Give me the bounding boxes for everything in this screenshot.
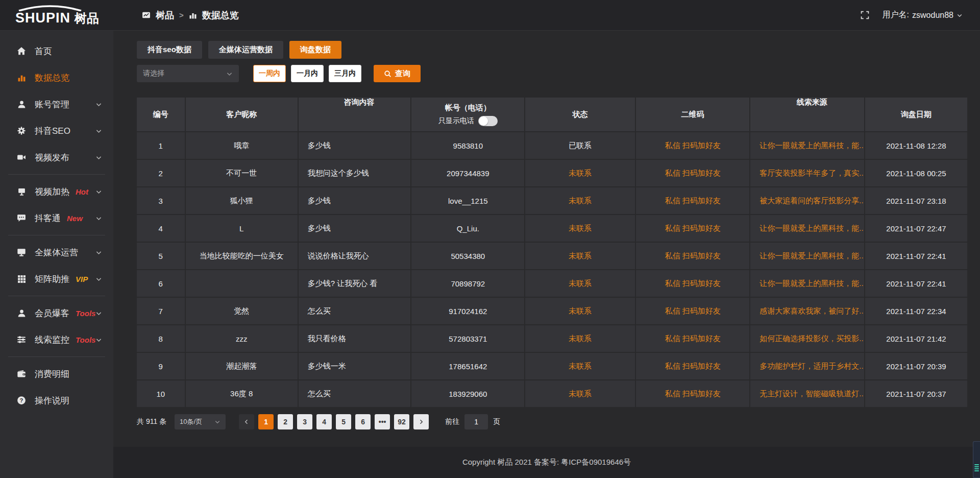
cell-source-link[interactable]: 如何正确选择投影仪，买投影... xyxy=(750,325,864,352)
period-button-2[interactable]: 一月内 xyxy=(291,65,324,82)
sidebar-item-8[interactable]: 全媒体运营 xyxy=(0,239,113,266)
sidebar-item-2[interactable]: 数据总览 xyxy=(0,64,113,91)
cell-source-link[interactable]: 让你一眼就爱上的黑科技，能... xyxy=(750,270,864,297)
page-button-•••[interactable]: ••• xyxy=(375,414,390,429)
cell-source-link[interactable]: 多功能护栏灯，适用于乡村文... xyxy=(750,353,864,379)
home-icon xyxy=(16,46,27,56)
user-menu[interactable]: 用户名: zswodun88 xyxy=(883,10,963,20)
page-button-2[interactable]: 2 xyxy=(278,414,293,429)
sidebar-item-7[interactable]: 抖客通New xyxy=(0,205,113,231)
cell-date: 2021-11-07 20:37 xyxy=(865,380,967,407)
cell-id: 5 xyxy=(137,243,185,269)
cell-source-link[interactable]: 感谢大家喜欢我家，被问了好... xyxy=(750,298,864,324)
cell-status: 未联系 xyxy=(525,325,635,352)
chat-icon xyxy=(16,213,27,223)
cell-source-link[interactable]: 让你一眼就爱上的黑科技，能... xyxy=(750,243,864,269)
page-button-5[interactable]: 5 xyxy=(336,414,351,429)
sidebar-item-6[interactable]: 视频加热Hot xyxy=(0,178,113,205)
cell-qrcode-link[interactable]: 私信 扫码加好友 xyxy=(636,215,750,242)
fullscreen-icon[interactable] xyxy=(861,11,869,19)
chevron-down-icon xyxy=(95,337,102,343)
cell-date: 2021-11-07 22:47 xyxy=(865,215,967,242)
table-row: 7觉然怎么买917024162未联系私信 扫码加好友感谢大家喜欢我家，被问了好.… xyxy=(137,298,967,324)
sliders-icon xyxy=(16,335,27,344)
period-button-3[interactable]: 三月内 xyxy=(329,65,361,82)
page-size-select[interactable]: 10条/页 xyxy=(175,414,226,429)
cell-account: 572803371 xyxy=(411,325,524,352)
tab-1[interactable]: 抖音seo数据 xyxy=(137,41,202,59)
chevron-down-icon xyxy=(95,276,102,282)
cell-source-link[interactable]: 被大家追着问的客厅投影分享... xyxy=(750,187,864,214)
cell-qrcode-link[interactable]: 私信 扫码加好友 xyxy=(636,325,750,352)
breadcrumb-item-home[interactable]: 树品 xyxy=(156,9,174,21)
tab-2[interactable]: 全媒体运营数据 xyxy=(208,41,283,59)
page-button-6[interactable]: 6 xyxy=(355,414,371,429)
tab-3[interactable]: 询盘数据 xyxy=(289,41,341,59)
search-button-label: 查询 xyxy=(395,69,410,79)
period-button-1[interactable]: 一周内 xyxy=(253,65,286,82)
page-button-3[interactable]: 3 xyxy=(297,414,312,429)
sidebar-item-label: 全媒体运营 xyxy=(35,247,78,258)
cell-source-link[interactable]: 让你一眼就爱上的黑科技，能... xyxy=(750,132,864,159)
chevron-down-icon xyxy=(95,128,102,134)
cell-account: love__1215 xyxy=(411,187,524,214)
cell-source-link[interactable]: 客厅安装投影半年多了，真实... xyxy=(750,160,864,186)
chevron-down-icon xyxy=(957,12,963,18)
page-button-92[interactable]: 92 xyxy=(394,414,409,429)
sidebar-item-label: 抖音SEO xyxy=(35,125,70,137)
breadcrumb: 树品 > 数据总览 xyxy=(142,9,239,21)
table-row: 9潮起潮落多少钱一米178651642未联系私信 扫码加好友多功能护栏灯，适用于… xyxy=(137,353,967,379)
page-button-4[interactable]: 4 xyxy=(316,414,332,429)
sidebar-item-11[interactable]: 线索监控Tools xyxy=(0,326,113,353)
table-header-row: 编号 客户昵称 咨询内容 帐号（电话） 只显示电话 状态 二维码 线索来源 询盘… xyxy=(137,98,967,131)
monitor-icon xyxy=(16,248,27,257)
sidebar-item-3[interactable]: 账号管理 xyxy=(0,91,113,117)
cell-qrcode-link[interactable]: 私信 扫码加好友 xyxy=(636,160,750,186)
prev-page-button[interactable] xyxy=(239,414,254,429)
cell-status: 未联系 xyxy=(525,243,635,269)
sidebar-item-9[interactable]: 矩阵助推VIP xyxy=(0,266,113,292)
cell-account: 2097344839 xyxy=(411,160,524,186)
floating-widget[interactable] xyxy=(973,441,980,478)
page-size-label: 10条/页 xyxy=(180,417,202,426)
table-row: 3狐小狸多少钱love__1215未联系私信 扫码加好友被大家追着问的客厅投影分… xyxy=(137,187,967,214)
cell-id: 1 xyxy=(137,132,185,159)
cell-source-link[interactable]: 无主灯设计，智能磁吸轨道灯... xyxy=(750,380,864,407)
cell-account: 70898792 xyxy=(411,270,524,297)
sidebar-item-badge: Hot xyxy=(76,187,88,196)
sidebar-item-10[interactable]: 会员爆客Tools xyxy=(0,300,113,326)
cell-id: 10 xyxy=(137,380,185,407)
cell-nickname: L xyxy=(186,215,298,242)
cell-account: 178651642 xyxy=(411,353,524,379)
next-page-button[interactable] xyxy=(413,414,429,429)
cell-qrcode-link[interactable]: 私信 扫码加好友 xyxy=(636,380,750,407)
cell-source-link[interactable]: 让你一眼就爱上的黑科技，能... xyxy=(750,215,864,242)
sidebar-item-4[interactable]: 抖音SEO xyxy=(0,117,113,144)
page-button-1[interactable]: 1 xyxy=(258,414,274,429)
sidebar-item-13[interactable]: ?操作说明 xyxy=(0,387,113,414)
cell-content: 多少钱 xyxy=(299,132,410,159)
filter-select[interactable]: 请选择 xyxy=(137,65,239,82)
tab-bar: 抖音seo数据全媒体运营数据询盘数据 xyxy=(137,41,980,59)
cell-qrcode-link[interactable]: 私信 扫码加好友 xyxy=(636,132,750,159)
sidebar-item-label: 消费明细 xyxy=(35,368,69,380)
sidebar-item-5[interactable]: 视频发布 xyxy=(0,144,113,171)
cell-qrcode-link[interactable]: 私信 扫码加好友 xyxy=(636,298,750,324)
cell-status: 未联系 xyxy=(525,298,635,324)
col-header-date: 询盘日期 xyxy=(865,98,967,131)
username-label: 用户名: xyxy=(883,10,909,20)
gear-icon xyxy=(16,126,27,135)
sidebar-item-1[interactable]: 首页 xyxy=(0,38,113,64)
main-content: 抖音seo数据全媒体运营数据询盘数据 请选择 一周内一月内三月内 查询 编号 客… xyxy=(113,31,980,478)
cell-qrcode-link[interactable]: 私信 扫码加好友 xyxy=(636,243,750,269)
sidebar-item-badge: New xyxy=(67,214,83,223)
cell-status: 已联系 xyxy=(525,132,635,159)
cell-qrcode-link[interactable]: 私信 扫码加好友 xyxy=(636,270,750,297)
goto-page-input[interactable] xyxy=(464,414,488,429)
phone-only-toggle[interactable] xyxy=(478,116,498,126)
cell-qrcode-link[interactable]: 私信 扫码加好友 xyxy=(636,353,750,379)
cell-qrcode-link[interactable]: 私信 扫码加好友 xyxy=(636,187,750,214)
sidebar-item-12[interactable]: 消费明细 xyxy=(0,361,113,387)
search-button[interactable]: 查询 xyxy=(374,65,421,82)
cell-nickname xyxy=(186,270,298,297)
